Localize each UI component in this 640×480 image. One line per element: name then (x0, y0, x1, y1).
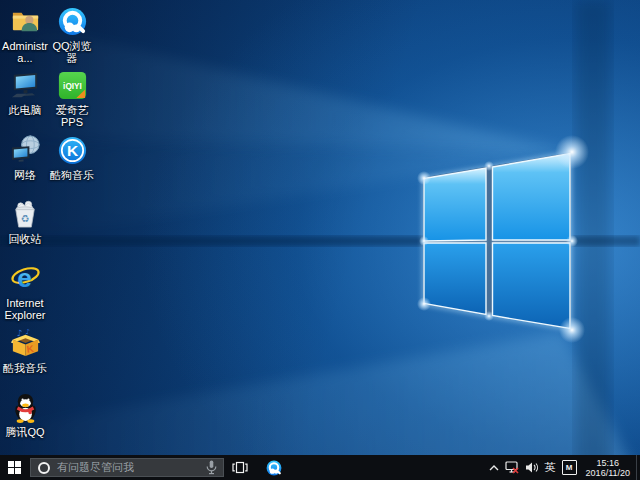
windows-logo-icon (8, 461, 21, 474)
svg-text:♪: ♪ (25, 328, 29, 336)
chevron-up-icon (489, 465, 499, 471)
desktop-icon-label: QQ浏览器 (49, 40, 95, 64)
desktop-icon-tencent-qq[interactable]: 腾讯QQ (2, 391, 48, 438)
desktop-icon-this-pc[interactable]: 此电脑 (2, 69, 48, 116)
ie-icon: e (9, 262, 42, 295)
qq-penguin-icon (9, 391, 42, 424)
language-indicator[interactable]: 英 (542, 455, 559, 480)
desktop-icon-label: Internet Explorer (2, 297, 48, 321)
kuwo-box-icon: ♪ ♪ K (9, 327, 42, 360)
windows-hero-logo (0, 0, 640, 480)
desktop-icon-label: 酷狗音乐 (49, 169, 95, 181)
ime-badge-text: M (562, 460, 577, 475)
desktop-icon-label: Administra... (2, 40, 48, 64)
svg-text:e: e (17, 263, 32, 293)
qq-browser-icon (56, 5, 89, 38)
taskbar-search-box[interactable]: 有问题尽管问我 (30, 458, 224, 477)
desktop-wallpaper (0, 0, 640, 480)
user-folder-icon (9, 5, 42, 38)
show-hidden-icons-button[interactable] (486, 455, 502, 480)
taskbar-qq-browser-button[interactable] (256, 455, 292, 480)
windows-desktop: Administra... QQ浏览器 此电脑 (0, 0, 640, 480)
desktop-icon-iqiyi-pps[interactable]: iQIYI 爱奇艺PPS (49, 69, 95, 128)
desktop-icon-label: 酷我音乐 (2, 362, 48, 374)
desktop-icon-label: 腾讯QQ (2, 426, 48, 438)
volume-button[interactable] (522, 455, 542, 480)
desktop-icon-administrator[interactable]: Administra... (2, 5, 48, 64)
kugou-k-icon: K (56, 134, 89, 167)
ime-mode-button[interactable]: M (559, 455, 580, 480)
desktop-icon-label: 回收站 (2, 233, 48, 245)
cortana-ring-icon (37, 461, 51, 475)
desktop-icon-kuwo-music[interactable]: ♪ ♪ K 酷我音乐 (2, 327, 48, 374)
volume-icon (525, 461, 539, 474)
svg-text:♻: ♻ (20, 213, 29, 224)
desktop-icon-label: 此电脑 (2, 104, 48, 116)
desktop-icon-label: 爱奇艺PPS (49, 104, 95, 128)
clock-date: 2016/11/20 (586, 468, 630, 478)
computer-icon (9, 69, 42, 102)
start-button[interactable] (0, 455, 28, 480)
desktop-icon-internet-explorer[interactable]: e Internet Explorer (2, 262, 48, 321)
qq-browser-icon (265, 459, 283, 477)
system-tray: 英 M 15:16 2016/11/20 (486, 455, 640, 480)
taskbar-clock[interactable]: 15:16 2016/11/20 (580, 458, 636, 478)
desktop-icon-qq-browser[interactable]: QQ浏览器 (49, 5, 95, 64)
task-view-icon (232, 461, 248, 474)
svg-text:K: K (66, 142, 78, 159)
recycle-bin-icon: ♻ (9, 198, 42, 231)
svg-text:♪: ♪ (16, 328, 22, 338)
network-status-button[interactable] (502, 455, 522, 480)
network-globe-icon (9, 134, 42, 167)
task-view-button[interactable] (224, 455, 256, 480)
iqiyi-icon: iQIYI (56, 69, 89, 102)
microphone-icon[interactable] (206, 460, 217, 475)
network-disconnected-icon (505, 461, 519, 474)
show-desktop-button[interactable] (636, 455, 640, 480)
taskbar: 有问题尽管问我 (0, 455, 640, 480)
svg-text:iQIYI: iQIYI (63, 82, 82, 91)
desktop-icon-recycle-bin[interactable]: ♻ 回收站 (2, 198, 48, 245)
search-placeholder-text: 有问题尽管问我 (57, 460, 200, 475)
desktop-icon-network[interactable]: 网络 (2, 134, 48, 181)
desktop-icon-kugou-music[interactable]: K 酷狗音乐 (49, 134, 95, 181)
language-indicator-text: 英 (545, 460, 556, 475)
clock-time: 15:16 (586, 458, 630, 468)
desktop-icon-label: 网络 (2, 169, 48, 181)
